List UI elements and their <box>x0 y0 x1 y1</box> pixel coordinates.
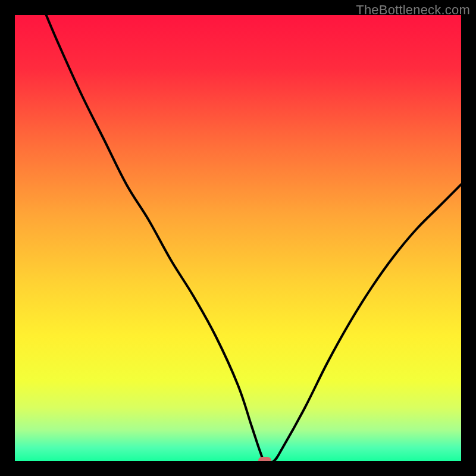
plot-background <box>15 15 461 461</box>
bottleneck-chart <box>0 0 476 476</box>
minimum-indicator <box>258 457 271 464</box>
watermark-text: TheBottleneck.com <box>356 2 470 18</box>
chart-frame: TheBottleneck.com <box>0 0 476 476</box>
